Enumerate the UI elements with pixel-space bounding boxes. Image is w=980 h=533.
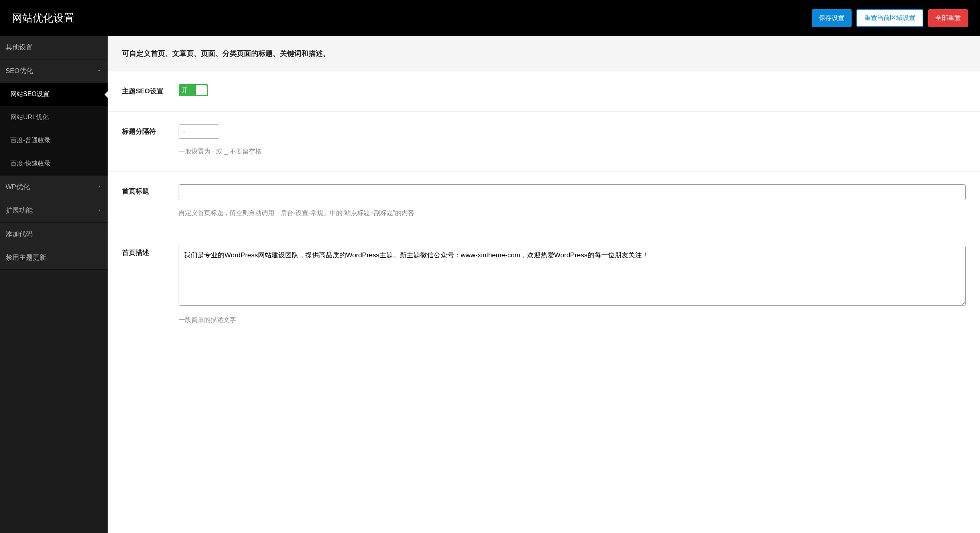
reset-section-button[interactable]: 重置当前区域设置 (856, 9, 923, 27)
form-label: 首页描述 (122, 246, 179, 257)
title-separator-input[interactable] (179, 124, 219, 139)
reset-all-button[interactable]: 全部重置 (928, 9, 968, 27)
home-title-input[interactable] (179, 184, 966, 200)
sidebar-item-label: 网站URL优化 (10, 114, 49, 120)
help-text: 一段简单的描述文字 (179, 316, 966, 324)
sidebar-item-wp-optimize[interactable]: WP优化 (0, 176, 108, 199)
chevron-right-icon (96, 207, 102, 215)
sidebar-item-add-code[interactable]: 添加代码 (0, 223, 108, 246)
sidebar-item-label: 扩展功能 (6, 206, 33, 215)
content: 可自定义首页、文章页、页面、分类页面的标题、关键词和描述。 主题SEO设置 开 … (108, 36, 980, 533)
sidebar-item-label: WP优化 (6, 183, 30, 191)
form-section-home-description: 首页描述 一段简单的描述文字 (108, 233, 980, 340)
header: 网站优化设置 保存设置 重置当前区域设置 全部重置 (0, 0, 980, 36)
sidebar-item-disable-update[interactable]: 禁用主题更新 (0, 246, 108, 270)
save-button[interactable]: 保存设置 (812, 9, 852, 27)
help-text: 一般设置为 - 或 _ 不要留空格 (179, 148, 966, 156)
home-description-textarea[interactable] (179, 246, 966, 306)
chevron-down-icon (96, 67, 102, 75)
sidebar-item-label: 添加代码 (6, 230, 33, 239)
header-actions: 保存设置 重置当前区域设置 全部重置 (812, 9, 968, 27)
form-label: 首页标题 (122, 184, 179, 196)
sidebar: 其他设置 SEO优化 网站SEO设置 网站URL优化 百度-普通收录 百度-快速… (0, 36, 108, 533)
sidebar-item-label: SEO优化 (6, 67, 33, 75)
theme-seo-toggle[interactable]: 开 (179, 84, 208, 96)
toggle-label: 开 (182, 87, 188, 94)
sidebar-item-label: 百度-普通收录 (10, 137, 51, 144)
form-section-title-separator: 标题分隔符 一般设置为 - 或 _ 不要留空格 (108, 112, 980, 172)
toggle-knob (196, 85, 207, 95)
sidebar-item-label: 百度-快速收录 (10, 160, 51, 167)
form-section-home-title: 首页标题 自定义首页标题，留空则自动调用「后台-设置-常规」中的"站点标题+副标… (108, 172, 980, 233)
sidebar-subitem-baidu-normal[interactable]: 百度-普通收录 (0, 129, 108, 152)
sidebar-item-label: 其他设置 (6, 43, 33, 52)
sidebar-subitem-baidu-fast[interactable]: 百度-快速收录 (0, 152, 108, 176)
chevron-right-icon (96, 184, 102, 191)
sidebar-item-label: 禁用主题更新 (6, 253, 46, 262)
form-label: 标题分隔符 (122, 124, 179, 136)
sidebar-item-extensions[interactable]: 扩展功能 (0, 199, 108, 223)
sidebar-subitem-site-seo[interactable]: 网站SEO设置 (0, 83, 108, 106)
content-intro: 可自定义首页、文章页、页面、分类页面的标题、关键词和描述。 (108, 36, 980, 71)
sidebar-item-label: 网站SEO设置 (10, 91, 49, 97)
help-text: 自定义首页标题，留空则自动调用「后台-设置-常规」中的"站点标题+副标题"的内容 (179, 209, 966, 217)
sidebar-item-seo[interactable]: SEO优化 (0, 59, 108, 83)
form-section-theme-seo: 主题SEO设置 开 (108, 71, 980, 112)
sidebar-subitem-url-optimize[interactable]: 网站URL优化 (0, 106, 108, 129)
sidebar-item-other-settings[interactable]: 其他设置 (0, 36, 108, 59)
form-label: 主题SEO设置 (122, 84, 179, 96)
page-title: 网站优化设置 (12, 11, 74, 25)
